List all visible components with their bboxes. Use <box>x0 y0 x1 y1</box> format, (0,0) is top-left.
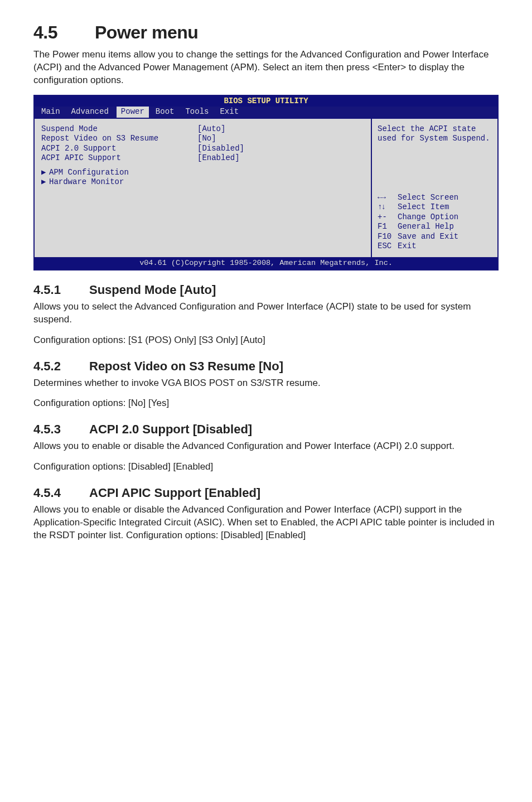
bios-tab-tools[interactable]: Tools <box>182 107 216 118</box>
legend-label: General Help <box>398 222 454 231</box>
subsection-options: Configuration options: [Disabled] [Enabl… <box>33 461 499 474</box>
legend-label: Save and Exit <box>398 232 458 241</box>
bios-option-row[interactable]: Suspend Mode [Auto] <box>41 124 364 134</box>
bios-option-label: ACPI APIC Support <box>41 153 197 163</box>
bios-title-bar: BIOS SETUP UTILITY <box>35 96 497 107</box>
bios-submenu-label: APM Configuration <box>49 168 129 177</box>
bios-option-value: [Auto] <box>197 124 225 134</box>
arrows-horizontal-icon <box>378 193 398 203</box>
subsection-number: 4.5.1 <box>33 283 89 297</box>
section-intro: The Power menu items allow you to change… <box>33 49 499 87</box>
legend-row: +-Change Option <box>378 212 492 223</box>
bios-options-pane: Suspend Mode [Auto] Repost Video on S3 R… <box>35 119 372 258</box>
legend-row: Select Screen <box>378 193 492 203</box>
bios-option-value: [Disabled] <box>197 144 244 154</box>
bios-help-text: Select the ACPI state used for System Su… <box>378 124 492 144</box>
legend-row: F1General Help <box>378 222 492 232</box>
subsection-number: 4.5.4 <box>33 486 89 500</box>
legend-row: F10Save and Exit <box>378 232 492 242</box>
legend-row: ESCExit <box>378 241 492 252</box>
subsection-body: Allows you to enable or disable the Adva… <box>33 504 499 542</box>
section-heading: 4.5Power menu <box>33 22 499 43</box>
bios-tab-boot[interactable]: Boot <box>152 107 182 118</box>
subsection-options: Configuration options: [No] [Yes] <box>33 397 499 410</box>
bios-option-row[interactable]: ACPI 2.0 Support [Disabled] <box>41 144 364 154</box>
bios-option-value: [Enabled] <box>197 153 240 163</box>
bios-help-pane: Select the ACPI state used for System Su… <box>372 119 497 258</box>
subsection-title: ACPI 2.0 Support [Disabled] <box>89 422 252 436</box>
bios-submenu-row[interactable]: ▶APM Configuration <box>41 168 364 178</box>
bios-submenu-row[interactable]: ▶Hardware Monitor <box>41 177 364 187</box>
legend-label: Select Item <box>398 202 449 211</box>
bios-submenu-label: Hardware Monitor <box>49 177 124 186</box>
bios-option-row[interactable]: ACPI APIC Support [Enabled] <box>41 153 364 163</box>
subsection-heading: 4.5.4ACPI APIC Support [Enabled] <box>33 486 499 500</box>
subsection-heading: 4.5.3ACPI 2.0 Support [Disabled] <box>33 422 499 437</box>
subsection-body: Determines whether to invoke VGA BIOS PO… <box>33 377 499 390</box>
section-title-text: Power menu <box>95 22 198 42</box>
section-number: 4.5 <box>33 22 95 43</box>
legend-label: Select Screen <box>398 193 458 202</box>
triangle-right-icon: ▶ <box>41 168 49 178</box>
bios-legend: Select Screen Select Item +-Change Optio… <box>378 193 492 252</box>
bios-option-label: Suspend Mode <box>41 124 197 134</box>
arrows-vertical-icon <box>378 202 398 212</box>
legend-label: Exit <box>398 241 417 250</box>
bios-tab-main[interactable]: Main <box>38 107 68 118</box>
subsection-heading: 4.5.2Repost Video on S3 Resume [No] <box>33 359 499 374</box>
legend-key: +- <box>378 212 398 223</box>
bios-tab-advanced[interactable]: Advanced <box>68 107 117 118</box>
bios-menu-bar: Main Advanced Power Boot Tools Exit <box>35 107 497 119</box>
legend-key: F10 <box>378 232 398 242</box>
subsection-options: Configuration options: [S1 (POS) Only] [… <box>33 334 499 347</box>
bios-option-row[interactable]: Repost Video on S3 Resume [No] <box>41 134 364 144</box>
legend-key: ESC <box>378 241 398 252</box>
legend-row: Select Item <box>378 202 492 212</box>
subsection-number: 4.5.2 <box>33 359 89 374</box>
subsection-body: Allows you to select the Advanced Config… <box>33 301 499 326</box>
bios-option-label: Repost Video on S3 Resume <box>41 134 197 144</box>
subsection-body: Allows you to enable or disable the Adva… <box>33 440 499 453</box>
bios-window: BIOS SETUP UTILITY Main Advanced Power B… <box>33 95 499 270</box>
bios-option-value: [No] <box>197 134 216 144</box>
subsection-title: ACPI APIC Support [Enabled] <box>89 486 260 500</box>
subsection-heading: 4.5.1Suspend Mode [Auto] <box>33 283 499 297</box>
bios-footer: v04.61 (C)Copyright 1985-2008, American … <box>35 258 497 269</box>
triangle-right-icon: ▶ <box>41 177 49 187</box>
legend-label: Change Option <box>398 212 458 221</box>
bios-option-label: ACPI 2.0 Support <box>41 144 197 154</box>
legend-key: F1 <box>378 222 398 232</box>
subsection-title: Suspend Mode [Auto] <box>89 283 216 297</box>
subsection-title: Repost Video on S3 Resume [No] <box>89 359 283 373</box>
bios-tab-exit[interactable]: Exit <box>216 107 246 118</box>
subsection-number: 4.5.3 <box>33 422 89 437</box>
bios-tab-power[interactable]: Power <box>117 107 149 118</box>
